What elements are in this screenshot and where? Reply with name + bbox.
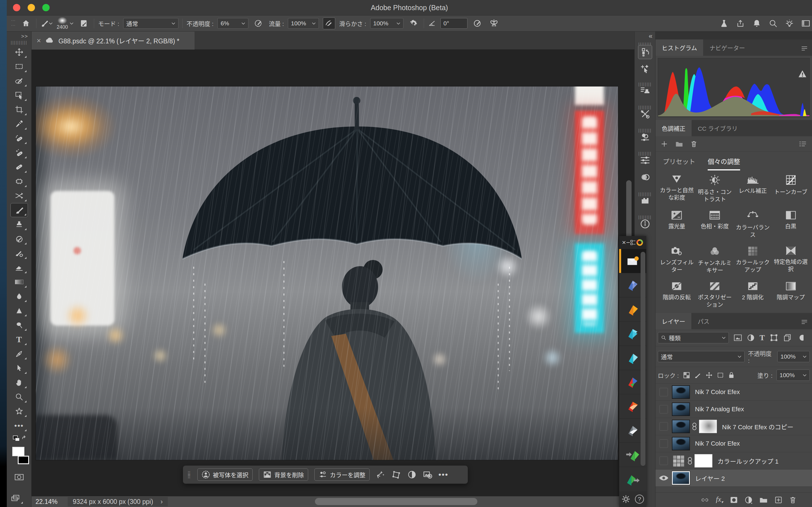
brush-angle-field[interactable]: 0° (441, 18, 467, 29)
adjust-colors-button[interactable]: カラーを調整 (314, 468, 370, 481)
mixer-brush-tool[interactable] (10, 246, 28, 260)
layer-mask-thumbnail[interactable] (695, 454, 712, 467)
layer-filter-select[interactable]: 種類 (658, 332, 729, 343)
visibility-toggle[interactable] (659, 405, 668, 413)
subtab-single-adjustments[interactable]: 個々の調整 (708, 156, 740, 170)
adj-invert[interactable]: 階調の反転 (658, 281, 696, 308)
dodge-tool[interactable] (10, 318, 28, 332)
tab-layers[interactable]: レイヤー (656, 313, 691, 329)
layer-thumbnail[interactable] (672, 420, 690, 433)
lock-position-icon[interactable] (705, 372, 713, 379)
discover-lightbulb-icon[interactable] (783, 17, 796, 29)
toolbar-expand[interactable]: >> (7, 32, 31, 40)
marquee-tool[interactable] (10, 59, 28, 73)
histogram-warning-icon[interactable] (798, 69, 807, 78)
pressure-size-icon[interactable] (471, 17, 484, 29)
visibility-toggle[interactable] (659, 388, 668, 396)
tab-navigator[interactable]: ナビゲーター (703, 40, 751, 56)
nik-help-icon[interactable]: ? (635, 495, 644, 504)
layer-row[interactable]: カラールックアップ 1 (656, 452, 812, 469)
dock-actions-icon[interactable] (640, 86, 651, 96)
add-layer-mask-icon[interactable] (730, 496, 738, 504)
layer-effects-icon[interactable]: fx▾ (716, 495, 723, 504)
pressure-opacity-icon[interactable] (252, 17, 265, 29)
nik-settings-icon[interactable] (630, 240, 636, 245)
home-button[interactable] (20, 17, 32, 29)
smoothing-gear-icon[interactable] (407, 17, 420, 29)
brush-preview[interactable]: 2400 (57, 17, 73, 30)
crop-tool[interactable] (10, 103, 28, 117)
dock-clone-source-icon[interactable] (640, 132, 651, 143)
adj-levels[interactable]: レベル補正 (734, 174, 772, 203)
layer-mask-thumbnail[interactable] (699, 420, 717, 433)
dock-collapse[interactable]: « (635, 32, 655, 41)
flow-select[interactable]: 100% (288, 18, 319, 29)
selection-brush-tool[interactable] (10, 74, 28, 88)
delete-layer-icon[interactable] (789, 496, 797, 504)
dock-info-icon[interactable] (640, 219, 651, 229)
adj-threshold[interactable]: 2 階調化 (734, 281, 772, 308)
layer-row-selected[interactable]: レイヤー 2 (656, 469, 812, 487)
add-adjustment-icon[interactable] (661, 140, 668, 148)
spot-healing-brush-tool[interactable] (10, 131, 28, 145)
list-view-icon[interactable] (799, 140, 807, 147)
beta-feedback-flask-icon[interactable] (718, 17, 730, 29)
dock-properties-icon[interactable] (640, 155, 651, 166)
more-options-icon[interactable]: ••• (439, 470, 448, 479)
tab-cc-libraries[interactable]: CC ライブラリ (692, 120, 744, 136)
brush-tool-preset-icon[interactable] (40, 17, 53, 29)
taskbar-grip[interactable]: ⣿⣿ (188, 472, 191, 477)
eraser-tool[interactable] (10, 261, 28, 275)
adj-curves[interactable]: トーンカーブ (772, 174, 810, 203)
adj-gradient-map[interactable]: 階調マップ (772, 281, 810, 308)
add-image-icon[interactable] (423, 470, 432, 480)
new-layer-icon[interactable] (774, 496, 782, 504)
document-dimensions-box[interactable]: 9324 px x 6000 px (300 ppi) › (68, 497, 168, 506)
edit-toolbar-button[interactable]: ••• (10, 418, 28, 433)
mask-link-icon[interactable] (687, 456, 693, 466)
clone-stamp-tool[interactable] (10, 217, 28, 231)
layer-thumbnail[interactable] (672, 385, 690, 399)
adj-color-balance[interactable]: カラーバランス (734, 210, 772, 238)
adj-color-vibrance[interactable]: カラーと自然な彩度 (658, 174, 696, 203)
new-group-icon[interactable] (759, 497, 768, 503)
layer-opacity-select[interactable]: 100% (777, 351, 810, 362)
toolbar-grip[interactable]: |||||||||| (7, 40, 31, 45)
content-aware-move-tool[interactable] (10, 189, 28, 203)
lock-transparency-icon[interactable] (683, 372, 690, 379)
canvas-area[interactable] (32, 50, 635, 496)
airbrush-toggle[interactable] (323, 17, 335, 29)
adj-photo-filter[interactable]: レンズフィルター (658, 246, 696, 274)
patch-tool[interactable] (10, 174, 28, 188)
object-selection-tool[interactable] (10, 88, 28, 102)
layer-row[interactable]: Nik 7 Color Efex (656, 435, 812, 452)
generative-fill-icon[interactable] (376, 470, 386, 480)
gradient-tool[interactable] (10, 275, 28, 289)
zoom-level[interactable]: 22.14% (36, 498, 57, 506)
close-document-icon[interactable]: × (37, 36, 41, 45)
adj-brightness-contrast[interactable]: 明るさ・コントラスト (696, 174, 734, 203)
layers-menu-icon[interactable] (801, 319, 808, 325)
layer-row[interactable]: Nik 7 Color Efex のコピー (656, 418, 812, 435)
options-grip[interactable]: ⋮⋮ (11, 18, 16, 28)
adjustment-icon[interactable] (407, 470, 416, 479)
remove-background-button[interactable]: 背景を削除 (259, 468, 308, 481)
filter-fill-layers-icon[interactable] (796, 334, 804, 342)
layer-thumbnail[interactable] (672, 402, 690, 416)
layer-thumbnail[interactable] (672, 471, 690, 485)
nik-minimize-icon[interactable]: − (626, 238, 630, 246)
brush-tool[interactable] (10, 203, 28, 217)
pen-tool[interactable] (10, 347, 28, 361)
foreground-color-swatch[interactable] (12, 447, 24, 456)
nik-close-icon[interactable]: × (622, 238, 626, 246)
dock-channels-icon[interactable] (640, 172, 651, 182)
mask-link-icon[interactable] (692, 421, 697, 431)
foreground-background-swatches[interactable] (10, 446, 28, 470)
layer-thumbnail[interactable] (672, 437, 690, 450)
remove-tool[interactable] (10, 146, 28, 160)
delete-trash-icon[interactable] (691, 140, 697, 148)
share-icon[interactable] (734, 17, 747, 29)
status-chevron-icon[interactable]: › (160, 498, 163, 506)
new-group-folder-icon[interactable] (675, 140, 683, 147)
type-tool[interactable]: T (10, 332, 28, 346)
